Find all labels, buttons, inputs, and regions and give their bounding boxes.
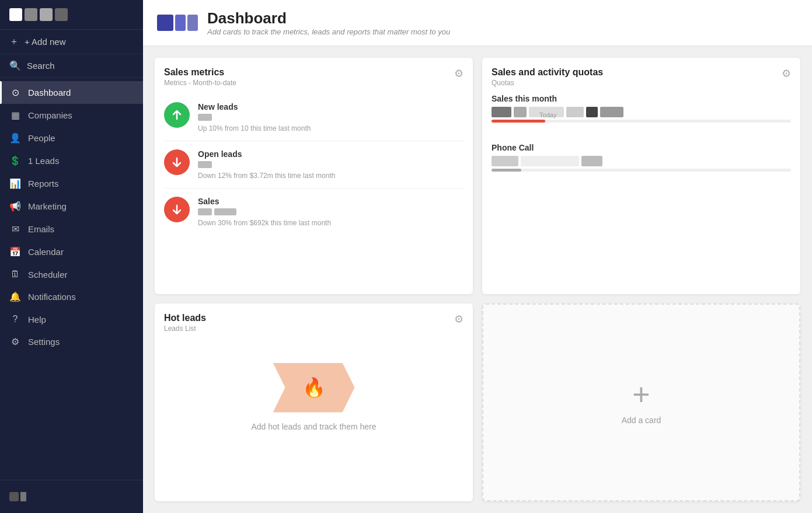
quota-progress-fill-red: [492, 120, 545, 123]
flame-icon: 🔥: [302, 376, 326, 399]
sales-icon: [164, 197, 190, 222]
companies-icon: ▦: [9, 110, 21, 121]
metric-sales: Sales Down 30% from $692k this time last…: [164, 189, 463, 235]
sales-bar-2: [214, 208, 236, 215]
sales-bar-1: [198, 208, 212, 215]
main-content: Dashboard Add cards to track the metrics…: [143, 0, 812, 513]
sidebar-nav: ⊙ Dashboard ▦ Companies 👤 People 💲 1 Lea…: [0, 78, 143, 480]
sidebar-item-emails-label: Emails: [28, 224, 54, 234]
header-block-1: [157, 15, 173, 31]
sales-quotas-gear-icon[interactable]: ⚙: [782, 67, 791, 80]
sidebar-item-marketing[interactable]: 📢 Marketing: [0, 195, 143, 218]
open-leads-bar: [198, 161, 212, 168]
sales-metrics-card: Sales metrics Metrics - Month-to-date ⚙ …: [155, 58, 473, 294]
quota-progress-track-2: [492, 169, 791, 172]
sidebar-avatar-area: [0, 486, 143, 507]
sidebar-item-companies[interactable]: ▦ Companies: [0, 104, 143, 127]
sidebar-logo: [0, 0, 143, 30]
sales-quotas-card: Sales and activity quotas Quotas ⚙ Sales…: [482, 58, 800, 294]
sidebar-item-leads[interactable]: 💲 1 Leads: [0, 149, 143, 172]
dashboard-icon: ⊙: [9, 87, 21, 98]
settings-icon: ⚙: [9, 336, 21, 347]
sidebar-item-emails[interactable]: ✉ Emails: [0, 218, 143, 240]
new-leads-value-block: [198, 114, 311, 121]
avatar-block-2: [20, 492, 26, 501]
hot-leads-empty-text: Add hot leads and track them here: [251, 422, 376, 431]
sales-quotas-title-area: Sales and activity quotas Quotas: [492, 67, 603, 87]
new-leads-name: New leads: [198, 102, 311, 111]
dashboard-grid: Sales metrics Metrics - Month-to-date ⚙ …: [143, 46, 812, 513]
sidebar-item-settings-label: Settings: [28, 337, 60, 347]
sales-change: Down 30% from $692k this time last month: [198, 219, 331, 227]
sales-text: Sales Down 30% from $692k this time last…: [198, 197, 331, 227]
add-new-button[interactable]: ＋ + Add new: [0, 30, 143, 54]
open-leads-text: Open leads Down 12% from $3.72m this tim…: [198, 149, 335, 180]
sales-quotas-header: Sales and activity quotas Quotas ⚙: [492, 67, 791, 87]
quota-sales-bars: [492, 107, 791, 117]
sidebar: ＋ + Add new 🔍 Search ⊙ Dashboard ▦ Compa…: [0, 0, 143, 513]
sidebar-item-scheduler[interactable]: 🗓 Scheduler: [0, 263, 143, 285]
new-leads-change: Up 10% from 10 this time last month: [198, 124, 311, 132]
emails-icon: ✉: [9, 224, 21, 235]
open-leads-name: Open leads: [198, 149, 335, 159]
sidebar-item-help-label: Help: [28, 315, 46, 324]
new-leads-text: New leads Up 10% from 10 this time last …: [198, 102, 311, 132]
calendar-icon: 📅: [9, 246, 21, 257]
quota-phone-bars: [492, 156, 791, 166]
sidebar-item-notifications[interactable]: 🔔 Notifications: [0, 285, 143, 308]
header-block-2: [175, 15, 186, 31]
hot-leads-card: Hot leads Leads List ⚙ 🔥 Add hot leads a…: [155, 303, 473, 502]
hot-leads-title: Hot leads: [164, 313, 206, 323]
hot-leads-gear-icon[interactable]: ⚙: [454, 313, 463, 326]
add-card-button[interactable]: + Add a card: [482, 303, 800, 502]
sidebar-item-calendar-label: Calendar: [28, 247, 64, 257]
sidebar-item-help[interactable]: ? Help: [0, 308, 143, 330]
quota-bar-2: [514, 107, 527, 117]
plus-icon: ＋: [9, 36, 19, 48]
sales-name: Sales: [198, 197, 331, 206]
search-label: Search: [27, 61, 55, 71]
notifications-icon: 🔔: [9, 291, 21, 302]
sidebar-item-calendar[interactable]: 📅 Calendar: [0, 240, 143, 263]
add-new-label: + Add new: [25, 37, 65, 47]
quota-phone-bar-1: [492, 156, 518, 166]
sidebar-item-dashboard-label: Dashboard: [28, 88, 71, 97]
new-leads-icon: [164, 102, 190, 128]
quota-bar-4: [566, 107, 584, 117]
sales-value-block: [198, 208, 331, 215]
sidebar-item-companies-label: Companies: [28, 110, 72, 120]
header-block-3: [187, 15, 198, 31]
quota-sales-month: Sales this month Today: [492, 94, 791, 131]
help-icon: ?: [9, 314, 21, 324]
sales-quotas-subtitle: Quotas: [492, 79, 603, 87]
hot-leads-chevron-icon: 🔥: [273, 363, 355, 413]
header-logo-blocks: [157, 15, 198, 31]
sidebar-item-people-label: People: [28, 133, 55, 143]
logo-block-4: [55, 8, 68, 21]
reports-icon: 📊: [9, 178, 21, 189]
sidebar-item-reports[interactable]: 📊 Reports: [0, 172, 143, 195]
new-leads-bar: [198, 114, 212, 121]
page-subtitle: Add cards to track the metrics, leads an…: [207, 27, 450, 36]
sales-metrics-header: Sales metrics Metrics - Month-to-date ⚙: [164, 67, 463, 87]
open-leads-value-block: [198, 161, 335, 168]
sidebar-item-people[interactable]: 👤 People: [0, 127, 143, 149]
logo-block-2: [25, 8, 37, 21]
sidebar-item-dashboard[interactable]: ⊙ Dashboard: [0, 81, 143, 104]
open-leads-change: Down 12% from $3.72m this time last mont…: [198, 172, 335, 180]
sales-metrics-gear-icon[interactable]: ⚙: [454, 67, 463, 80]
metric-new-leads: New leads Up 10% from 10 this time last …: [164, 94, 463, 141]
hot-leads-subtitle: Leads List: [164, 324, 206, 333]
sidebar-item-leads-label: 1 Leads: [28, 156, 59, 166]
sidebar-item-marketing-label: Marketing: [28, 201, 67, 211]
add-card-plus-icon: +: [632, 379, 650, 410]
header-title-area: Dashboard Add cards to track the metrics…: [207, 9, 450, 36]
quota-bar-1: [492, 107, 511, 117]
hot-leads-title-area: Hot leads Leads List: [164, 313, 206, 333]
search-button[interactable]: 🔍 Search: [0, 54, 143, 78]
quota-bar-5: [586, 107, 598, 117]
sidebar-item-settings[interactable]: ⚙ Settings: [0, 330, 143, 353]
quota-phone-bar-2: [521, 156, 579, 166]
hot-leads-header: Hot leads Leads List ⚙: [164, 313, 463, 333]
quota-phone-call: Phone Call: [492, 143, 791, 172]
